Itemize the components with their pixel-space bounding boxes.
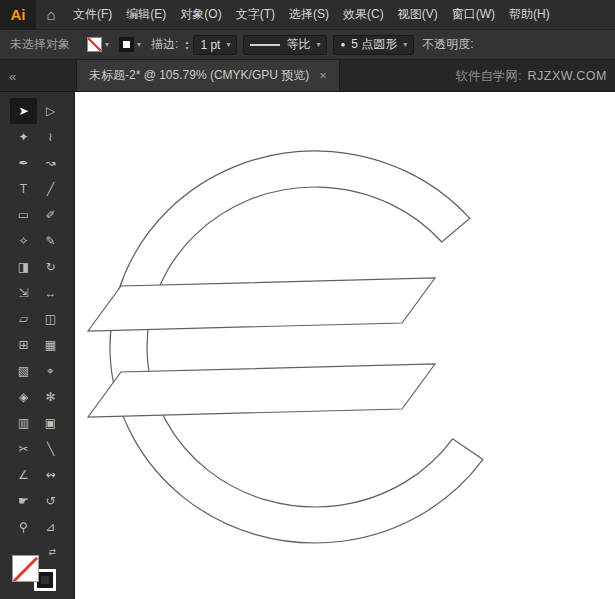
rectangle-tool[interactable]: ▭ bbox=[10, 202, 37, 228]
swap-fill-stroke-icon[interactable]: ⇄ bbox=[48, 547, 56, 557]
column-graph-tool[interactable]: ▥ bbox=[10, 410, 37, 436]
scale-tool[interactable]: ⇲ bbox=[10, 280, 37, 306]
free-transform-icon: ▱ bbox=[19, 312, 28, 326]
stroke-weight-dropdown[interactable]: 1 pt ▾ bbox=[193, 35, 237, 55]
lasso-tool[interactable]: ≀ bbox=[37, 124, 64, 150]
menu-file[interactable]: 文件(F) bbox=[66, 0, 119, 30]
menu-view[interactable]: 视图(V) bbox=[391, 0, 445, 30]
euro-top-bar-path[interactable] bbox=[88, 278, 435, 331]
uniform-line-icon bbox=[250, 44, 280, 46]
blend-tool[interactable]: ◈ bbox=[10, 384, 37, 410]
artboard-tool[interactable]: ▣ bbox=[37, 410, 64, 436]
eyedropper-tool[interactable]: ⌖ bbox=[37, 358, 64, 384]
rectangle-icon: ▭ bbox=[18, 208, 29, 222]
pencil-tool[interactable]: ✎ bbox=[37, 228, 64, 254]
illustrator-window: Ai ⌂ 文件(F) 编辑(E) 对象(O) 文字(T) 选择(S) 效果(C)… bbox=[0, 0, 615, 599]
euro-bottom-bar-path[interactable] bbox=[88, 364, 435, 417]
perspective-grid-tool[interactable]: ⊞ bbox=[10, 332, 37, 358]
reshape-tool[interactable]: ↭ bbox=[37, 462, 64, 488]
type-tool[interactable]: T bbox=[10, 176, 37, 202]
pen-icon: ✒ bbox=[18, 156, 28, 170]
home-icon: ⌂ bbox=[46, 6, 55, 23]
hand-icon: ☛ bbox=[18, 494, 29, 508]
magic-wand-tool[interactable]: ✦ bbox=[10, 124, 37, 150]
opacity-label: 不透明度: bbox=[417, 36, 478, 53]
magic-wand-icon: ✦ bbox=[18, 130, 28, 144]
knife-tool[interactable]: ╲ bbox=[37, 436, 64, 462]
reshape-icon: ↭ bbox=[45, 468, 55, 482]
pencil-icon: ✎ bbox=[45, 234, 55, 248]
tab-close-icon[interactable]: × bbox=[319, 68, 327, 83]
shear-icon: ∠ bbox=[18, 468, 29, 482]
direct-selection-tool[interactable]: ▷ bbox=[37, 98, 64, 124]
fill-none-swatch[interactable] bbox=[12, 555, 39, 582]
curvature-tool[interactable]: ↝ bbox=[37, 150, 64, 176]
brush-name-value: 5 点圆形 bbox=[351, 36, 397, 53]
chevron-down-icon: ▾ bbox=[226, 40, 230, 49]
selection-status: 未选择对象 bbox=[0, 36, 82, 53]
chevron-down-icon: ▾ bbox=[403, 40, 407, 49]
tools-panel: ➤ ▷ ✦ ≀ ✒ ↝ T ╱ ▭ ✐ ✧ ✎ ◨ ↻ ⇲ ↔ ▱ ◫ ⊞ ▦ … bbox=[0, 92, 75, 599]
gradient-tool[interactable]: ▧ bbox=[10, 358, 37, 384]
shear-tool[interactable]: ∠ bbox=[10, 462, 37, 488]
shaper-icon: ✧ bbox=[18, 234, 28, 248]
slice-tool[interactable]: ✂ bbox=[10, 436, 37, 462]
menu-edit[interactable]: 编辑(E) bbox=[119, 0, 173, 30]
zoom-tool[interactable]: ⚲ bbox=[10, 514, 37, 540]
fill-stroke-indicator: ⇄ bbox=[12, 549, 58, 591]
free-transform-tool[interactable]: ▱ bbox=[10, 306, 37, 332]
width-profile-dropdown[interactable]: 等比 ▾ bbox=[243, 35, 327, 55]
menu-bar: Ai ⌂ 文件(F) 编辑(E) 对象(O) 文字(T) 选择(S) 效果(C)… bbox=[0, 0, 615, 30]
home-button[interactable]: ⌂ bbox=[36, 0, 66, 30]
direct-selection-arrow-icon: ▷ bbox=[46, 104, 55, 118]
width-profile-value: 等比 bbox=[286, 36, 310, 53]
slice-icon: ✂ bbox=[18, 442, 28, 456]
column-graph-icon: ▥ bbox=[18, 416, 29, 430]
blend-icon: ◈ bbox=[19, 390, 28, 404]
selection-tool[interactable]: ➤ bbox=[10, 98, 37, 124]
round-brush-icon: ● bbox=[340, 40, 345, 49]
line-segment-tool[interactable]: ╱ bbox=[37, 176, 64, 202]
pen-tool[interactable]: ✒ bbox=[10, 150, 37, 176]
artboard-canvas[interactable] bbox=[75, 92, 615, 599]
line-segment-icon: ╱ bbox=[47, 182, 54, 196]
shape-builder-tool[interactable]: ◫ bbox=[37, 306, 64, 332]
fill-color-dropdown[interactable]: ▾ bbox=[82, 37, 114, 52]
stroke-weight-stepper[interactable]: ▴ ▾ bbox=[183, 39, 190, 51]
fill-none-icon bbox=[87, 37, 102, 52]
panel-collapse-button[interactable]: « bbox=[4, 60, 21, 92]
width-tool[interactable]: ↔ bbox=[37, 280, 64, 306]
mesh-icon: ▦ bbox=[45, 338, 56, 352]
hand-tool[interactable]: ☛ bbox=[10, 488, 37, 514]
symbol-sprayer-tool[interactable]: ✻ bbox=[37, 384, 64, 410]
euro-c-path[interactable] bbox=[110, 151, 483, 543]
measure-icon: ⊿ bbox=[45, 520, 55, 534]
watermark: 软件自学网: RJZXW.COM bbox=[456, 60, 607, 92]
chevron-down-icon: ▾ bbox=[316, 40, 320, 49]
collapse-chevrons-icon: « bbox=[9, 69, 16, 84]
menu-select[interactable]: 选择(S) bbox=[282, 0, 336, 30]
eraser-icon: ◨ bbox=[18, 260, 29, 274]
rotate-tool[interactable]: ↻ bbox=[37, 254, 64, 280]
menu-object[interactable]: 对象(O) bbox=[173, 0, 228, 30]
measure-tool[interactable]: ⊿ bbox=[37, 514, 64, 540]
symbol-sprayer-icon: ✻ bbox=[45, 390, 55, 404]
stroke-color-dropdown[interactable]: ▾ bbox=[114, 37, 146, 52]
brush-definition-dropdown[interactable]: ● 5 点圆形 ▾ bbox=[333, 35, 414, 55]
menu-window[interactable]: 窗口(W) bbox=[445, 0, 502, 30]
menu-effect[interactable]: 效果(C) bbox=[336, 0, 391, 30]
eyedropper-icon: ⌖ bbox=[47, 364, 54, 378]
zoom-icon: ⚲ bbox=[19, 520, 28, 534]
mesh-tool[interactable]: ▦ bbox=[37, 332, 64, 358]
lasso-icon: ≀ bbox=[48, 130, 53, 144]
paintbrush-tool[interactable]: ✐ bbox=[37, 202, 64, 228]
menu-type[interactable]: 文字(T) bbox=[229, 0, 282, 30]
menu-help[interactable]: 帮助(H) bbox=[502, 0, 557, 30]
gradient-icon: ▧ bbox=[18, 364, 29, 378]
shaper-tool[interactable]: ✧ bbox=[10, 228, 37, 254]
document-tab[interactable]: 未标题-2* @ 105.79% (CMYK/GPU 预览) × bbox=[76, 60, 340, 91]
rotate-view-icon: ↺ bbox=[45, 494, 55, 508]
type-icon: T bbox=[20, 182, 27, 196]
rotate-view-tool[interactable]: ↺ bbox=[37, 488, 64, 514]
eraser-tool[interactable]: ◨ bbox=[10, 254, 37, 280]
